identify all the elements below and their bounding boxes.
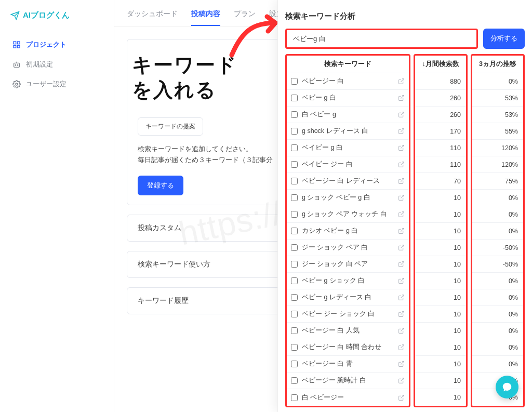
- keyword-panel: 検索キーワード分析 分析する 検索キーワード ベビージー 白ベビー g 白白 ベ…: [277, 0, 532, 412]
- svg-line-10: [401, 112, 404, 115]
- th-volume[interactable]: ↓月間検索数: [415, 56, 466, 73]
- external-link-icon[interactable]: [398, 128, 405, 135]
- sidebar-item-user[interactable]: ユーザー設定: [10, 74, 114, 94]
- row-checkbox[interactable]: [291, 261, 298, 268]
- tab-dashboard[interactable]: ダッシュボード: [127, 9, 178, 26]
- keyword-text: ベビー g レディース 白: [302, 293, 394, 302]
- column-volume: ↓月間検索数 880260260170110110701010101010101…: [414, 54, 468, 407]
- keyword-text: 白 ベビー g: [302, 110, 394, 119]
- panel-title: 検索キーワード分析: [285, 11, 525, 21]
- row-checkbox[interactable]: [291, 394, 298, 401]
- external-link-icon[interactable]: [398, 194, 405, 201]
- row-checkbox[interactable]: [291, 95, 298, 101]
- svg-point-5: [15, 65, 16, 65]
- external-link-icon[interactable]: [398, 78, 405, 85]
- svg-line-26: [401, 378, 404, 381]
- table-row: g ショック ベビー g 白: [287, 190, 409, 206]
- external-link-icon[interactable]: [398, 294, 405, 301]
- svg-line-27: [401, 395, 404, 398]
- volume-cell: 880: [415, 73, 466, 90]
- chat-fab[interactable]: [496, 376, 518, 398]
- svg-point-6: [17, 65, 18, 65]
- trend-cell: 0%: [472, 223, 523, 240]
- external-link-icon[interactable]: [398, 261, 405, 268]
- external-link-icon[interactable]: [398, 277, 405, 284]
- table-row: ベビー g 白: [287, 90, 409, 107]
- svg-line-23: [401, 328, 404, 331]
- keyword-text: ジー ショック 白 ペア: [302, 260, 394, 269]
- external-link-icon[interactable]: [398, 95, 405, 101]
- gear-icon: [12, 80, 21, 88]
- row-checkbox[interactable]: [291, 161, 298, 168]
- svg-line-24: [401, 345, 404, 348]
- table-row: ジー ショック 白 ペア: [287, 256, 409, 273]
- svg-rect-2: [14, 45, 16, 48]
- tab-plan[interactable]: プラン: [234, 9, 256, 26]
- row-checkbox[interactable]: [291, 327, 298, 334]
- suggest-keyword-button[interactable]: キーワードの提案: [138, 117, 203, 136]
- svg-rect-3: [17, 45, 20, 48]
- table-row: g ショック ペア ウォッチ 白: [287, 206, 409, 223]
- sidebar-item-initial[interactable]: 初期設定: [10, 55, 114, 74]
- external-link-icon[interactable]: [398, 161, 405, 168]
- row-checkbox[interactable]: [291, 144, 298, 151]
- row-checkbox[interactable]: [291, 178, 298, 184]
- row-checkbox[interactable]: [291, 244, 298, 251]
- trend-cell: 75%: [472, 173, 523, 190]
- trend-cell: 53%: [472, 90, 523, 107]
- volume-cell: 70: [415, 173, 466, 190]
- keyword-text: ベビー g ショック 白: [302, 276, 394, 285]
- external-link-icon[interactable]: [398, 344, 405, 351]
- paper-plane-icon: [10, 11, 20, 20]
- trend-cell: 0%: [472, 206, 523, 223]
- brand-name: AIブログくん: [23, 10, 70, 20]
- keyword-text: ベイビー g 白: [302, 143, 394, 152]
- row-checkbox[interactable]: [291, 377, 298, 384]
- analyze-button[interactable]: 分析する: [483, 29, 525, 49]
- row-checkbox[interactable]: [291, 344, 298, 351]
- row-checkbox[interactable]: [291, 361, 298, 367]
- keyword-text: ベビージー 白 時間 合わせ: [302, 343, 394, 352]
- th-trend: 3ヵ月の推移: [472, 56, 523, 73]
- register-button[interactable]: 登録する: [138, 176, 183, 195]
- row-checkbox[interactable]: [291, 211, 298, 218]
- row-checkbox[interactable]: [291, 128, 298, 135]
- trend-cell: 0%: [472, 356, 523, 373]
- external-link-icon[interactable]: [398, 377, 405, 384]
- volume-cell: 10: [415, 206, 466, 223]
- trend-cell: 0%: [472, 323, 523, 339]
- row-checkbox[interactable]: [291, 111, 298, 118]
- row-checkbox[interactable]: [291, 78, 298, 85]
- row-checkbox[interactable]: [291, 311, 298, 317]
- sidebar-item-project[interactable]: プロジェクト: [10, 35, 114, 55]
- volume-cell: 10: [415, 190, 466, 206]
- svg-line-12: [401, 145, 404, 149]
- trend-cell: 120%: [472, 156, 523, 173]
- row-checkbox[interactable]: [291, 277, 298, 284]
- tab-posts[interactable]: 投稿内容: [191, 9, 220, 26]
- svg-line-21: [401, 295, 404, 298]
- table-row: ベイビー g 白: [287, 140, 409, 156]
- brand-logo: AIブログくん: [10, 10, 114, 20]
- row-checkbox[interactable]: [291, 194, 298, 201]
- external-link-icon[interactable]: [398, 144, 405, 151]
- external-link-icon[interactable]: [398, 211, 405, 218]
- svg-line-18: [401, 245, 404, 248]
- column-keyword: 検索キーワード ベビージー 白ベビー g 白白 ベビー gg shock レディ…: [285, 54, 410, 407]
- external-link-icon[interactable]: [398, 178, 405, 184]
- external-link-icon[interactable]: [398, 311, 405, 317]
- volume-cell: 260: [415, 90, 466, 107]
- external-link-icon[interactable]: [398, 111, 405, 118]
- keyword-search-input[interactable]: [287, 30, 476, 47]
- external-link-icon[interactable]: [398, 394, 405, 401]
- row-checkbox[interactable]: [291, 294, 298, 301]
- row-checkbox[interactable]: [291, 228, 298, 234]
- keyword-text: ベビー ジー ショック 白: [302, 310, 394, 318]
- column-trend: 3ヵ月の推移 0%53%53%55%120%120%75%0%0%0%-50%-…: [471, 54, 525, 407]
- external-link-icon[interactable]: [398, 244, 405, 251]
- svg-line-17: [401, 229, 404, 232]
- external-link-icon[interactable]: [398, 327, 405, 334]
- external-link-icon[interactable]: [398, 228, 405, 234]
- robot-icon: [12, 60, 21, 69]
- external-link-icon[interactable]: [398, 361, 405, 367]
